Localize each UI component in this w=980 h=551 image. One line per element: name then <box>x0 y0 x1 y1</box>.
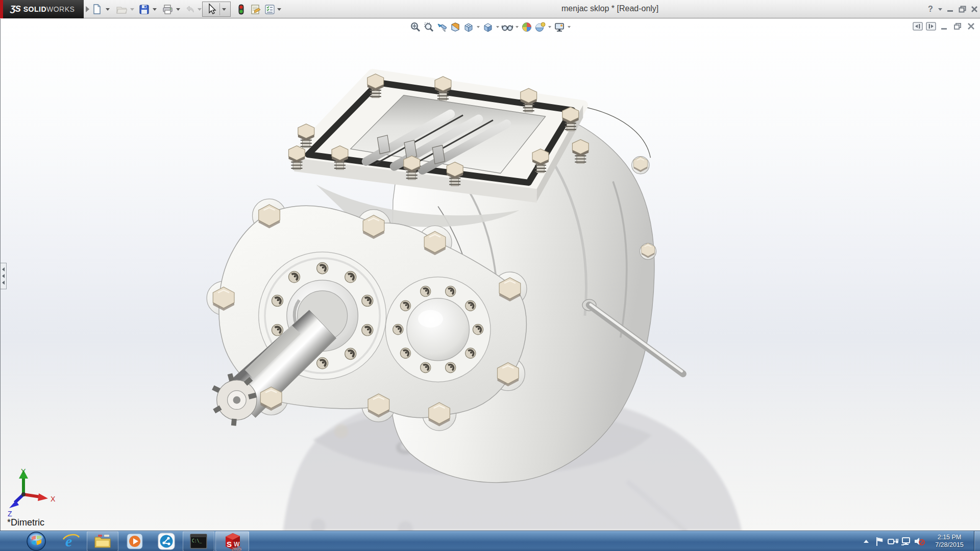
print-dropdown[interactable] <box>175 2 182 16</box>
window-title: menjac sklop * [Read-only] <box>561 4 725 14</box>
taskbar-share-tool[interactable] <box>151 531 182 551</box>
hide-show-items-dropdown[interactable] <box>514 26 520 28</box>
save-button[interactable] <box>137 2 151 16</box>
taskbar-media-player[interactable] <box>119 531 150 551</box>
apply-scene-button[interactable] <box>533 20 547 34</box>
zoom-to-fit-button[interactable] <box>409 20 422 34</box>
solidworks-window: ƷS SOLID WORKS <box>0 0 980 551</box>
display-style-button[interactable] <box>481 20 495 34</box>
expand-pane-button[interactable] <box>926 22 936 31</box>
printer-icon <box>162 4 173 15</box>
taskbar-solidworks[interactable]: S W 2015 <box>215 531 249 551</box>
zoom-to-area-button[interactable] <box>422 20 435 34</box>
options-list-icon <box>264 4 275 15</box>
close-button[interactable] <box>969 4 979 14</box>
action-center-button[interactable] <box>873 531 886 551</box>
power-button[interactable] <box>886 531 899 551</box>
taskbar-internet-explorer[interactable]: e <box>56 531 86 551</box>
action-center-flag-icon <box>875 536 884 546</box>
file-properties-button[interactable] <box>248 2 262 16</box>
orientation-triad: Y X Z <box>4 468 60 524</box>
shaded-cube-icon <box>482 21 494 33</box>
undo-button[interactable] <box>183 2 197 16</box>
options-button[interactable] <box>262 2 277 16</box>
brand-light: WORKS <box>46 5 75 13</box>
z-axis-label: Z <box>8 510 12 518</box>
hidden-icons-button[interactable] <box>860 531 873 551</box>
zoom-area-icon <box>423 21 434 33</box>
svg-text:2015: 2015 <box>232 546 241 551</box>
new-document-button[interactable] <box>90 2 104 16</box>
x-axis-arrow <box>38 493 48 501</box>
input-shaft-boss <box>385 277 491 382</box>
minimize-icon <box>947 6 954 13</box>
title-bar: ƷS SOLID WORKS <box>0 0 980 18</box>
menu-expand-arrow[interactable] <box>86 6 89 12</box>
windows-taskbar: e <box>0 531 980 551</box>
solidworks-logo: ƷS SOLID WORKS <box>3 0 84 18</box>
minimize-button[interactable] <box>945 4 955 14</box>
hide-show-items-button[interactable] <box>501 20 514 34</box>
volume-muted-icon <box>914 537 925 546</box>
select-tool-button[interactable] <box>202 2 231 17</box>
doc-minimize-button[interactable] <box>939 22 949 31</box>
hidden-icons-arrow-icon <box>864 540 869 543</box>
doc-restore-button[interactable] <box>952 22 963 31</box>
save-floppy-icon <box>138 4 150 15</box>
featuremanager-collapsed-tab[interactable] <box>1 263 7 289</box>
view-orientation-dropdown[interactable] <box>475 26 481 28</box>
taskbar-windows-explorer[interactable] <box>87 531 118 551</box>
view-cube-icon <box>463 21 474 33</box>
save-dropdown[interactable] <box>151 2 158 16</box>
rebuild-button[interactable] <box>234 2 248 16</box>
taskbar-command-prompt[interactable]: C:\_ <box>183 531 214 551</box>
select-cursor-icon <box>205 3 218 16</box>
help-button[interactable]: ? <box>926 4 935 14</box>
previous-view-icon <box>436 21 448 33</box>
windows-explorer-folder-icon <box>94 533 111 549</box>
solidworks-logo-mark: ƷS <box>10 4 20 14</box>
print-button[interactable] <box>160 2 175 16</box>
select-dropdown[interactable] <box>222 8 226 11</box>
close-icon <box>971 6 978 13</box>
doc-close-button[interactable] <box>966 22 976 31</box>
network-button[interactable] <box>899 531 913 551</box>
network-icon <box>901 537 911 546</box>
eyeglasses-icon <box>501 21 513 33</box>
options-dropdown[interactable] <box>276 2 283 16</box>
graphics-area[interactable]: Y X Z *Dimetric <box>0 19 980 531</box>
open-dropdown[interactable] <box>129 2 136 16</box>
expand-pane-icon <box>926 22 936 31</box>
start-button[interactable] <box>18 531 54 551</box>
clock-time: 2:15 PM <box>928 534 971 541</box>
section-view-icon <box>450 21 461 33</box>
command-prompt-icon: C:\_ <box>190 534 207 549</box>
view-settings-button[interactable] <box>553 20 566 34</box>
doc-restore-icon <box>953 22 962 30</box>
edit-appearance-button[interactable] <box>520 20 533 34</box>
traffic-light-icon <box>235 4 247 15</box>
volume-button[interactable] <box>913 531 926 551</box>
new-document-icon <box>91 4 103 15</box>
undo-arrow-icon <box>184 4 195 15</box>
view-settings-dropdown[interactable] <box>566 26 572 28</box>
collapse-pane-button[interactable] <box>913 22 923 31</box>
help-dropdown[interactable] <box>937 4 943 14</box>
media-player-icon <box>126 533 143 550</box>
view-orientation-button[interactable] <box>462 20 475 34</box>
previous-view-button[interactable] <box>435 20 449 34</box>
show-desktop-button[interactable] <box>974 531 980 551</box>
section-view-button[interactable] <box>449 20 462 34</box>
brand-bold: SOLID <box>23 5 46 13</box>
internet-explorer-icon: e <box>62 532 80 550</box>
windows-start-orb-icon <box>26 531 47 551</box>
share-network-icon <box>158 533 175 550</box>
taskbar-clock[interactable]: 2:15 PM 7/28/2015 <box>928 534 971 549</box>
open-button[interactable] <box>114 2 129 16</box>
display-style-dropdown[interactable] <box>495 26 501 28</box>
apply-scene-dropdown[interactable] <box>547 26 553 28</box>
headsup-view-toolbar <box>409 20 572 34</box>
new-document-dropdown[interactable] <box>104 2 111 16</box>
gearbox-model[interactable] <box>1 19 980 531</box>
restore-button[interactable] <box>958 4 968 14</box>
